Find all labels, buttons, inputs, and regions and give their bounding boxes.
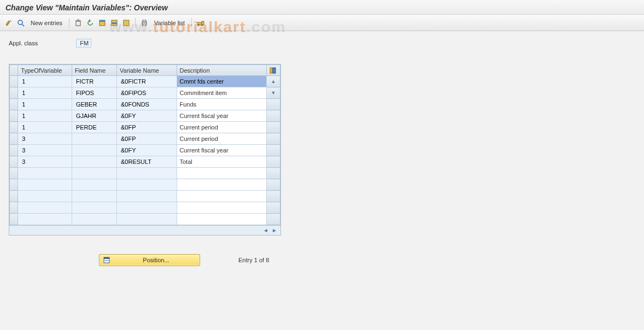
cell-type[interactable]	[18, 145, 72, 156]
type-input[interactable]	[21, 215, 69, 223]
variable-input[interactable]	[120, 123, 174, 132]
scroll-down-icon[interactable]: ▼	[267, 89, 280, 97]
cell-description[interactable]: Commitment item	[177, 87, 266, 99]
variable-input[interactable]	[120, 146, 174, 155]
cell-type[interactable]	[18, 133, 72, 145]
type-input[interactable]	[21, 146, 69, 155]
field-input[interactable]	[75, 146, 114, 155]
cell-description[interactable]: Total	[177, 156, 266, 168]
cell-description[interactable]	[177, 179, 266, 191]
cell-type[interactable]	[18, 87, 72, 99]
variable-input[interactable]	[120, 192, 174, 201]
scroll-left-icon[interactable]: ◄	[262, 227, 270, 234]
row-selector[interactable]	[10, 214, 18, 225]
variable-list-button[interactable]: Variable list	[152, 20, 187, 26]
cell-description[interactable]: Funds	[177, 99, 266, 110]
scroll-up-icon[interactable]: ▲	[267, 77, 280, 86]
variable-input[interactable]	[120, 215, 174, 223]
cell-field[interactable]	[72, 179, 116, 191]
cell-variable[interactable]	[117, 133, 177, 145]
variable-input[interactable]	[120, 89, 174, 97]
undo-icon[interactable]	[86, 19, 95, 27]
type-input[interactable]	[21, 192, 69, 201]
cell-description[interactable]: Current fiscal year	[177, 110, 266, 122]
cell-description[interactable]	[177, 214, 266, 225]
cell-description[interactable]: Current period	[177, 133, 266, 145]
cell-type[interactable]	[18, 110, 72, 122]
type-input[interactable]	[21, 180, 69, 189]
field-input[interactable]	[75, 123, 114, 132]
field-input[interactable]	[75, 169, 114, 178]
print-icon[interactable]	[140, 19, 149, 27]
col-header-type[interactable]: TypeOfVariable	[18, 65, 72, 76]
variable-input[interactable]	[120, 111, 174, 120]
row-selector[interactable]	[10, 122, 18, 133]
row-selector[interactable]	[10, 99, 18, 110]
type-input[interactable]	[21, 203, 69, 212]
row-selector[interactable]	[10, 156, 18, 168]
cell-type[interactable]	[18, 156, 72, 168]
cell-field[interactable]	[72, 191, 116, 202]
deselect-all-icon[interactable]	[122, 19, 131, 27]
type-input[interactable]	[21, 157, 69, 166]
cell-field[interactable]	[72, 156, 116, 168]
field-input[interactable]	[75, 77, 114, 86]
other-view-icon[interactable]	[16, 19, 25, 27]
field-input[interactable]	[75, 111, 114, 120]
type-input[interactable]	[21, 123, 69, 132]
field-input[interactable]	[75, 180, 114, 189]
type-input[interactable]	[21, 77, 69, 86]
cell-variable[interactable]	[117, 202, 177, 214]
type-input[interactable]	[21, 111, 69, 120]
cell-description[interactable]	[177, 191, 266, 202]
cell-field[interactable]	[72, 87, 116, 99]
cell-field[interactable]	[72, 76, 116, 87]
cell-type[interactable]	[18, 168, 72, 179]
cell-type[interactable]	[18, 122, 72, 133]
cell-description[interactable]: Cmmt fds center	[177, 76, 266, 87]
cell-variable[interactable]	[117, 87, 177, 99]
row-selector[interactable]	[10, 179, 18, 191]
type-input[interactable]	[21, 89, 69, 97]
cell-description[interactable]	[177, 168, 266, 179]
cell-type[interactable]	[18, 214, 72, 225]
cell-type[interactable]	[18, 76, 72, 87]
cell-field[interactable]	[72, 110, 116, 122]
variable-input[interactable]	[120, 203, 174, 212]
scroll-right-icon[interactable]: ►	[271, 227, 278, 234]
field-input[interactable]	[75, 192, 114, 201]
cell-variable[interactable]	[117, 99, 177, 110]
cell-type[interactable]	[18, 191, 72, 202]
cell-field[interactable]	[72, 202, 116, 214]
cell-variable[interactable]	[117, 76, 177, 87]
col-header-desc[interactable]: Description	[177, 65, 266, 76]
cell-description[interactable]	[177, 202, 266, 214]
row-selector[interactable]	[10, 168, 18, 179]
row-selector[interactable]	[10, 110, 18, 122]
cell-variable[interactable]	[117, 168, 177, 179]
delete-icon[interactable]	[74, 19, 83, 27]
cell-variable[interactable]	[117, 122, 177, 133]
col-header-field[interactable]: Field Name	[72, 65, 116, 76]
cell-field[interactable]	[72, 168, 116, 179]
cell-description[interactable]: Current period	[177, 122, 266, 133]
variable-input[interactable]	[120, 100, 174, 109]
field-input[interactable]	[75, 203, 114, 212]
row-select-header[interactable]	[10, 65, 18, 76]
cell-field[interactable]	[72, 99, 116, 110]
row-selector[interactable]	[10, 133, 18, 145]
vscroll-gutter[interactable]: ▼	[266, 87, 280, 99]
cell-type[interactable]	[18, 179, 72, 191]
row-selector[interactable]	[10, 76, 18, 87]
cell-variable[interactable]	[117, 156, 177, 168]
position-button[interactable]: Position...	[99, 254, 200, 266]
cell-variable[interactable]	[117, 110, 177, 122]
cell-field[interactable]	[72, 133, 116, 145]
cell-variable[interactable]	[117, 179, 177, 191]
row-selector[interactable]	[10, 145, 18, 156]
variable-input[interactable]	[120, 169, 174, 178]
field-input[interactable]	[75, 134, 114, 143]
select-all-icon[interactable]	[98, 19, 107, 27]
field-input[interactable]	[75, 100, 114, 109]
cell-field[interactable]	[72, 122, 116, 133]
